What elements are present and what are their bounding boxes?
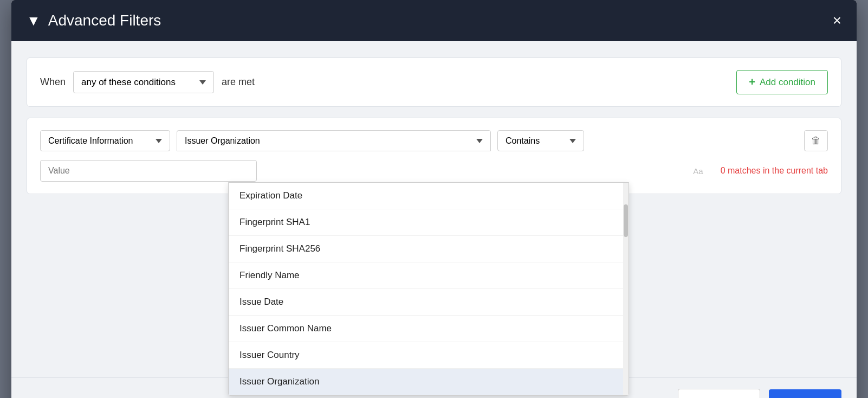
are-met-label: are met [222,76,255,88]
operator-select[interactable]: Contains [497,130,584,151]
dropdown-item-issuer-country[interactable]: Issuer Country [229,342,629,369]
delete-condition-button[interactable]: 🗑 [804,130,828,151]
category-select[interactable]: Certificate Information [40,130,170,151]
scrollbar-track [623,183,629,395]
when-row: When any of these conditions all of thes… [40,70,828,94]
modal-title: Advanced Filters [48,12,161,29]
modal-header: ▼ Advanced Filters × [11,0,857,41]
trash-icon: 🗑 [811,135,821,146]
dropdown-scroll-area: Expiration Date Fingerprint SHA1 Fingerp… [229,183,629,395]
header-left: ▼ Advanced Filters [27,12,161,29]
conditions-select[interactable]: any of these conditions all of these con… [73,71,214,93]
dropdown-item-expiration-date[interactable]: Expiration Date [229,183,629,209]
dropdown-item-issue-date[interactable]: Issue Date [229,289,629,316]
dropdown-item-friendly-name[interactable]: Friendly Name [229,262,629,289]
apply-button[interactable]: APPLY [769,389,841,398]
filter-fields-row: Certificate Information Issuer Organizat… [40,130,828,151]
sub-field-select[interactable]: Issuer Organization [177,130,491,151]
aa-hint: Aa [693,166,703,176]
sub-field-dropdown: Expiration Date Fingerprint SHA1 Fingerp… [228,182,629,396]
dropdown-item-fingerprint-sha1[interactable]: Fingerprint SHA1 [229,209,629,236]
dropdown-item-issuer-common-name[interactable]: Issuer Common Name [229,316,629,342]
filter-icon: ▼ [27,12,41,29]
scrollbar-thumb[interactable] [624,204,628,237]
value-input[interactable] [40,160,257,182]
dropdown-item-fingerprint-sha256[interactable]: Fingerprint SHA256 [229,236,629,262]
when-condition-row: When any of these conditions all of thes… [27,57,841,107]
close-button[interactable]: × [833,13,841,28]
plus-icon: + [749,76,755,88]
matches-info: 0 matches in the current tab [721,166,828,176]
dropdown-item-issuer-organization[interactable]: Issuer Organization [229,369,629,395]
advanced-filters-modal: ▼ Advanced Filters × When any of these c… [11,0,857,398]
when-label: When [40,76,66,88]
add-condition-label: Add condition [760,77,815,88]
modal-body: When any of these conditions all of thes… [11,41,857,377]
add-condition-button[interactable]: + Add condition [736,70,828,94]
value-input-wrapper: Aa [40,160,714,182]
cancel-button[interactable]: CANCEL [678,389,760,398]
value-row: Aa 0 matches in the current tab [40,160,828,182]
